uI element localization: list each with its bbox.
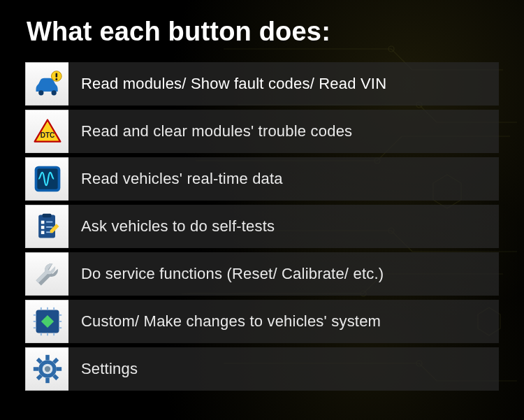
legend-label: Read and clear modules' trouble codes bbox=[68, 110, 499, 153]
svg-text:DTC: DTC bbox=[40, 131, 54, 139]
legend-label: Read modules/ Show fault codes/ Read VIN bbox=[68, 62, 499, 106]
legend-label: Do service functions (Reset/ Calibrate/ … bbox=[68, 252, 499, 296]
legend-row-selftest: Ask vehicles to do self-tests bbox=[25, 205, 499, 248]
dtc-warning-icon[interactable]: DTC bbox=[25, 110, 68, 153]
svg-rect-19 bbox=[41, 226, 44, 229]
legend-row-settings: Settings bbox=[25, 347, 499, 391]
legend-row-read-modules: Read modules/ Show fault codes/ Read VIN bbox=[25, 62, 499, 106]
svg-rect-11 bbox=[55, 73, 57, 77]
legend-row-service: Do service functions (Reset/ Calibrate/ … bbox=[25, 252, 499, 296]
svg-rect-40 bbox=[45, 378, 50, 383]
svg-point-9 bbox=[51, 90, 56, 95]
legend-row-realtime: Read vehicles' real-time data bbox=[25, 157, 499, 201]
svg-rect-20 bbox=[41, 231, 44, 234]
svg-point-8 bbox=[38, 90, 43, 95]
gear-icon[interactable] bbox=[25, 347, 68, 391]
svg-rect-39 bbox=[45, 355, 50, 360]
legend-label: Settings bbox=[68, 347, 499, 391]
legend-label: Custom/ Make changes to vehicles' system bbox=[68, 300, 499, 343]
waveform-icon[interactable] bbox=[25, 157, 68, 201]
svg-point-12 bbox=[55, 78, 57, 80]
legend-label: Read vehicles' real-time data bbox=[68, 157, 499, 201]
svg-rect-42 bbox=[56, 367, 61, 371]
legend-row-dtc: DTC Read and clear modules' trouble code… bbox=[25, 110, 499, 153]
checklist-icon[interactable] bbox=[25, 205, 68, 248]
chip-icon[interactable] bbox=[25, 300, 68, 343]
svg-rect-17 bbox=[42, 214, 51, 218]
legend-label: Ask vehicles to do self-tests bbox=[68, 205, 499, 248]
page-title: What each button does: bbox=[27, 17, 499, 47]
svg-point-48 bbox=[44, 366, 50, 372]
svg-rect-18 bbox=[41, 221, 44, 224]
legend-row-custom: Custom/ Make changes to vehicles' system bbox=[25, 300, 499, 343]
svg-rect-41 bbox=[33, 367, 38, 371]
wrench-icon[interactable] bbox=[25, 252, 68, 296]
button-legend-list: Read modules/ Show fault codes/ Read VIN… bbox=[25, 62, 499, 391]
car-info-icon[interactable] bbox=[25, 62, 68, 106]
